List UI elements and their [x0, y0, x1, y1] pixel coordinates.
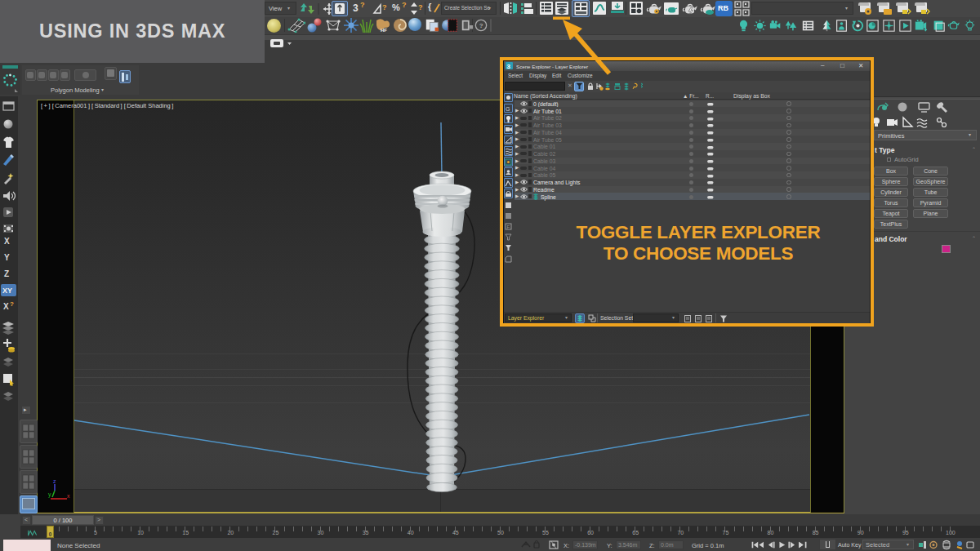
svg-text:?: ?: [479, 22, 483, 29]
svg-text:x: x: [67, 493, 70, 499]
svg-text:?: ?: [418, 3, 423, 11]
svg-text:?: ?: [382, 3, 387, 11]
svg-text:z: z: [53, 478, 56, 484]
svg-text:y: y: [48, 491, 51, 498]
svg-text:HF: HF: [381, 28, 387, 33]
svg-text:G: G: [506, 106, 510, 112]
svg-text:F: F: [507, 224, 510, 229]
